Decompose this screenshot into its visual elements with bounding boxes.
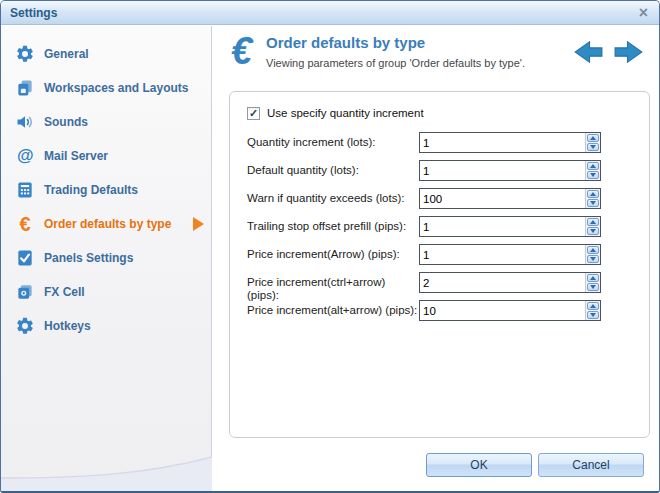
field-row-trailing-stop: Trailing stop offset prefill (pips): [247, 216, 637, 244]
field-row-warn-quantity: Warn if quantity exceeds (lots): [247, 188, 637, 216]
workspaces-icon [14, 77, 36, 99]
spin-down-button[interactable] [587, 283, 599, 291]
price-increment-alt-input [419, 300, 601, 321]
sidebar-item-label: Sounds [44, 115, 88, 129]
euro-icon: € [14, 213, 36, 235]
calculator-icon [14, 179, 36, 201]
sidebar-item-label: General [44, 47, 89, 61]
spin-up-button[interactable] [587, 162, 599, 170]
spin-up-button[interactable] [587, 302, 599, 310]
check-page-icon [14, 247, 36, 269]
default-quantity-input [419, 160, 601, 181]
at-icon: @ [14, 145, 36, 167]
spinner [585, 217, 600, 236]
sidebar-item-label: Trading Defaults [44, 183, 138, 197]
warn-quantity-field[interactable] [420, 189, 585, 208]
cancel-button[interactable]: Cancel [538, 453, 644, 477]
price-increment-ctrl-field[interactable] [420, 273, 585, 292]
spin-up-button[interactable] [587, 190, 599, 198]
price-increment-alt-field[interactable] [420, 301, 585, 320]
field-label: Quantity increment (lots): [247, 132, 419, 160]
field-row-price-increment-ctrl: Price increment(ctrl+arrow) (pips): [247, 272, 637, 300]
sidebar-item-label: Order defaults by type [44, 217, 171, 231]
default-quantity-field[interactable] [420, 161, 585, 180]
field-label: Warn if quantity exceeds (lots): [247, 188, 419, 216]
sidebar-item-label: FX Cell [44, 285, 85, 299]
sidebar-item-mail-server[interactable]: @ Mail Server [1, 139, 211, 173]
next-group-arrow-icon[interactable] [613, 39, 646, 65]
speaker-icon [14, 111, 36, 133]
trailing-stop-field[interactable] [420, 217, 585, 236]
sidebar-item-panels-settings[interactable]: Panels Settings [1, 241, 211, 275]
spinner [585, 161, 600, 180]
field-label: Trailing stop offset prefill (pips): [247, 216, 419, 244]
sidebar-item-sounds[interactable]: Sounds [1, 105, 211, 139]
price-increment-arrow-field[interactable] [420, 245, 585, 264]
checkbox-checked[interactable]: ✓ [247, 107, 260, 120]
sidebar-item-label: Workspaces and Layouts [44, 81, 189, 95]
field-label: Price increment(ctrl+arrow) (pips): [247, 272, 419, 300]
spin-up-button[interactable] [587, 218, 599, 226]
spinner [585, 133, 600, 152]
title-bar: Settings × [1, 1, 659, 25]
selected-arrow-icon [193, 217, 204, 231]
price-increment-arrow-input [419, 244, 601, 265]
spinner [585, 273, 600, 292]
field-row-default-quantity: Default quantity (lots): [247, 160, 637, 188]
gear-icon [14, 315, 36, 337]
field-row-price-increment-alt: Price increment(alt+arrow) (pips): [247, 300, 637, 328]
main-panel: € Order defaults by type Viewing paramet… [213, 26, 659, 491]
spin-down-button[interactable] [587, 143, 599, 151]
sidebar-item-fx-cell[interactable]: FX Cell [1, 275, 211, 309]
spin-up-button[interactable] [587, 246, 599, 254]
page-title: Order defaults by type [266, 34, 425, 51]
warn-quantity-input [419, 188, 601, 209]
sidebar-item-general[interactable]: General [1, 37, 211, 71]
ok-button[interactable]: OK [426, 453, 532, 477]
trailing-stop-input [419, 216, 601, 237]
field-row-price-increment-arrow: Price increment(Arrow) (pips): [247, 244, 637, 272]
price-increment-ctrl-input [419, 272, 601, 293]
spin-down-button[interactable] [587, 255, 599, 263]
sidebar-item-workspaces[interactable]: Workspaces and Layouts [1, 71, 211, 105]
spin-up-button[interactable] [587, 274, 599, 282]
sidebar-item-trading-defaults[interactable]: Trading Defaults [1, 173, 211, 207]
spin-down-button[interactable] [587, 171, 599, 179]
sidebar-item-hotkeys[interactable]: Hotkeys [1, 309, 211, 343]
fx-cell-icon [14, 281, 36, 303]
sidebar-item-order-defaults-by-type[interactable]: € Order defaults by type [1, 207, 211, 241]
spinner [585, 301, 600, 320]
spin-down-button[interactable] [587, 199, 599, 207]
sidebar-item-label: Hotkeys [44, 319, 91, 333]
window-title: Settings [10, 6, 57, 20]
settings-window: Settings × General Workspaces and Layout… [0, 0, 660, 493]
page-subtitle: Viewing parameters of group 'Order defau… [266, 57, 525, 69]
order-defaults-groupbox: ✓ Use specify quantity increment Quantit… [229, 91, 650, 438]
use-quantity-increment-checkbox-row[interactable]: ✓ Use specify quantity increment [247, 105, 637, 121]
quantity-increment-field[interactable] [420, 133, 585, 152]
quantity-increment-input [419, 132, 601, 153]
spin-down-button[interactable] [587, 311, 599, 319]
sidebar-decoration [1, 449, 212, 491]
euro-header-icon: € [231, 31, 252, 71]
gear-icon [14, 43, 36, 65]
field-label: Price increment(Arrow) (pips): [247, 244, 419, 272]
sidebar-item-label: Mail Server [44, 149, 108, 163]
spin-down-button[interactable] [587, 227, 599, 235]
close-icon[interactable]: × [637, 5, 650, 21]
spin-up-button[interactable] [587, 134, 599, 142]
checkbox-label: Use specify quantity increment [267, 107, 424, 119]
previous-group-arrow-icon[interactable] [571, 39, 604, 65]
check-icon: ✓ [249, 108, 258, 119]
sidebar-item-label: Panels Settings [44, 251, 133, 265]
field-label: Price increment(alt+arrow) (pips): [247, 300, 419, 328]
field-label: Default quantity (lots): [247, 160, 419, 188]
sidebar: General Workspaces and Layouts Sounds @ … [1, 26, 212, 491]
spinner [585, 189, 600, 208]
field-row-quantity-increment: Quantity increment (lots): [247, 132, 637, 160]
spinner [585, 245, 600, 264]
